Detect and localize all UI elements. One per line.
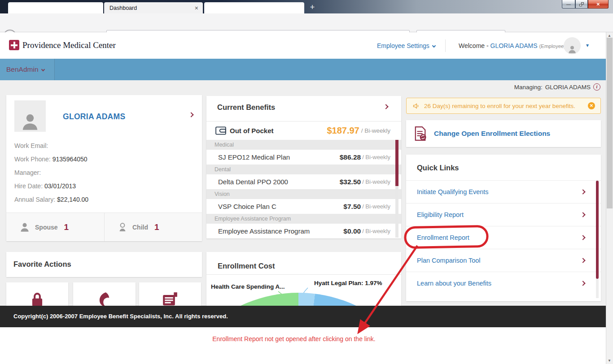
notification-text: 26 Day(s) remaining to enroll for your n…: [424, 103, 575, 109]
profile-chevron-icon[interactable]: [188, 112, 193, 117]
main-menubar: BenAdmin: [0, 59, 606, 80]
current-benefits-title: Current Benefits: [217, 103, 275, 112]
chevron-right-icon: [580, 235, 585, 240]
managing-name: GLORIA ADAMS: [545, 84, 591, 91]
profile-field: Work Email:: [14, 142, 50, 149]
quick-links-scrollbar-thumb[interactable]: [596, 181, 599, 279]
document-refresh-icon: [414, 126, 427, 142]
share-swirl-icon: [96, 290, 113, 306]
page-scrollbar[interactable]: ▲ ▼: [606, 32, 613, 364]
divider: [206, 121, 401, 121]
out-of-pocket-amount: $187.97: [327, 126, 359, 136]
brand-name: Providence Medical Center: [22, 40, 116, 50]
favorite-actions-card: Favorite Actions: [6, 252, 202, 277]
current-benefits-chevron-icon[interactable]: [383, 104, 388, 109]
dependent-spouse[interactable]: Spouse 1: [6, 213, 104, 241]
chevron-right-icon: [580, 258, 585, 263]
managing-info-icon[interactable]: i: [593, 83, 600, 91]
brand-logo: Providence Medical Center: [9, 40, 116, 50]
change-open-enrollment-card[interactable]: Change Open Enrollment Elections: [406, 120, 601, 147]
quick-link-initiate-qualifying-events[interactable]: Initiate Qualifying Events: [406, 180, 601, 203]
benefit-category: Dental: [206, 165, 401, 174]
benefit-row[interactable]: Employee Assistance Program $0.00 / Bi-w…: [206, 224, 401, 238]
profile-avatar[interactable]: [14, 100, 46, 132]
tab-dashboard-title: Dashboard: [109, 5, 137, 11]
managing-label: Managing:: [514, 84, 543, 91]
medical-cross-icon: [9, 40, 19, 50]
out-of-pocket-frequency: / Bi-weekly: [361, 127, 390, 134]
benefits-scrollbar-thumb[interactable]: [395, 140, 398, 186]
quick-link-learn-about-benefits[interactable]: Learn about your Benefits: [406, 272, 601, 295]
profile-field: Hire Date:03/01/2013: [14, 182, 76, 190]
quick-links-title: Quick Links: [417, 164, 459, 172]
minimize-button[interactable]: —: [562, 0, 575, 9]
profile-field: Manager:: [14, 169, 43, 176]
out-of-pocket-row: Out of Pocket $187.97 / Bi-weekly: [215, 126, 390, 136]
enrollment-notification: 26 Day(s) remaining to enroll for your n…: [406, 98, 601, 114]
dependent-child[interactable]: Child 1: [104, 213, 202, 241]
restore-button[interactable]: [575, 0, 588, 9]
quick-link-enrollment-report[interactable]: Enrollment Report: [406, 226, 601, 249]
scroll-up-arrow[interactable]: ▲: [608, 34, 611, 38]
restore-icon: [579, 2, 584, 6]
tab-dashboard[interactable]: Dashboard ×: [104, 2, 203, 13]
out-of-pocket-label: Out of Pocket: [230, 127, 274, 134]
benefit-row[interactable]: VSP Choice Plan C $7.50 / Bi-weekly: [206, 199, 401, 214]
quick-link-eligibility-report[interactable]: Eligibility Report: [406, 203, 601, 226]
copyright-text: Copyright(c) 2006-2007 Employee Benefit …: [13, 306, 228, 327]
chevron-down-icon: [432, 44, 435, 48]
lock-icon: [29, 290, 46, 306]
chevron-right-icon: [580, 281, 585, 286]
spouse-icon: [19, 221, 31, 233]
profile-name: GLORIA ADAMS: [63, 112, 125, 121]
favorite-tile-share[interactable]: [73, 282, 136, 306]
chevron-right-icon: [580, 189, 585, 194]
favorite-tile-document[interactable]: [139, 282, 201, 306]
current-benefits-card: Current Benefits Out of Pocket $187.97 /…: [206, 96, 401, 238]
header-divider-2: [445, 39, 446, 52]
chevron-right-icon: [580, 212, 585, 217]
avatar[interactable]: [564, 37, 581, 54]
welcome-user-link[interactable]: GLORIA ADAMS: [490, 42, 538, 49]
enrollment-cost-card: Enrollment Cost Health Care Spending A..…: [206, 252, 401, 306]
benefit-category: Vision: [206, 189, 401, 199]
favorite-tile-lock[interactable]: [6, 282, 68, 306]
person-icon: [20, 111, 40, 132]
change-open-enrollment-link[interactable]: Change Open Enrollment Elections: [434, 130, 550, 138]
benadmin-menu[interactable]: BenAdmin: [6, 65, 44, 74]
tab-close-icon[interactable]: ×: [195, 5, 198, 11]
wallet-icon: [215, 126, 226, 135]
quick-link-plan-comparison-tool[interactable]: Plan Comparison Tool: [406, 249, 601, 272]
scrollbar-thumb[interactable]: [607, 38, 613, 208]
employee-settings-menu[interactable]: Employee Settings: [377, 42, 435, 49]
quick-links-list: Initiate Qualifying Events Eligibility R…: [406, 180, 601, 295]
new-tab-button[interactable]: +: [307, 2, 318, 13]
child-icon: [117, 222, 128, 233]
window-controls: — ✕: [562, 0, 609, 9]
chevron-down-icon: [41, 68, 44, 71]
favorite-actions-title: Favorite Actions: [13, 260, 71, 269]
person-icon: [567, 44, 577, 54]
dependents-row: Spouse 1 Child 1: [6, 212, 202, 241]
window-titlebar: Dashboard × + — ✕: [0, 0, 613, 13]
scroll-down-arrow[interactable]: ▼: [608, 359, 611, 363]
profile-card: GLORIA ADAMS Work Email: Work Phone:9135…: [6, 95, 202, 241]
tab-blank-1[interactable]: [8, 2, 103, 13]
profile-field: Work Phone:9135964050: [14, 156, 88, 163]
benefit-row[interactable]: SJ EPO12 Medical Plan $86.28 / Bi-weekly: [206, 150, 401, 165]
annotation-note: Enrollment Report not get opened after c…: [0, 335, 588, 342]
browser-toolbar: ← → ⌂ ⓘ https://preprod.workterra.net/Pl…: [0, 13, 613, 32]
document-icon: [161, 290, 179, 306]
profile-field: Annual Salary:$22,140.00: [14, 196, 88, 203]
benefit-row[interactable]: Delta Dental PPO 2000 $32.50 / Bi-weekly: [206, 174, 401, 189]
announcement-icon: [413, 103, 420, 109]
benefit-category: Employee Assistance Program: [206, 214, 401, 224]
account-dropdown-caret[interactable]: ▾: [586, 42, 589, 48]
tab-blank-2[interactable]: [204, 2, 304, 13]
close-window-button[interactable]: ✕: [588, 0, 609, 9]
benefit-list: Medical SJ EPO12 Medical Plan $86.28 / B…: [206, 140, 401, 238]
managing-row: Managing: GLORIA ADAMS i: [514, 83, 600, 91]
welcome-text: Welcome - GLORIA ADAMS (Employee): [459, 42, 565, 49]
benefit-category: Medical: [206, 140, 401, 150]
notification-close-icon[interactable]: ✕: [588, 102, 595, 109]
